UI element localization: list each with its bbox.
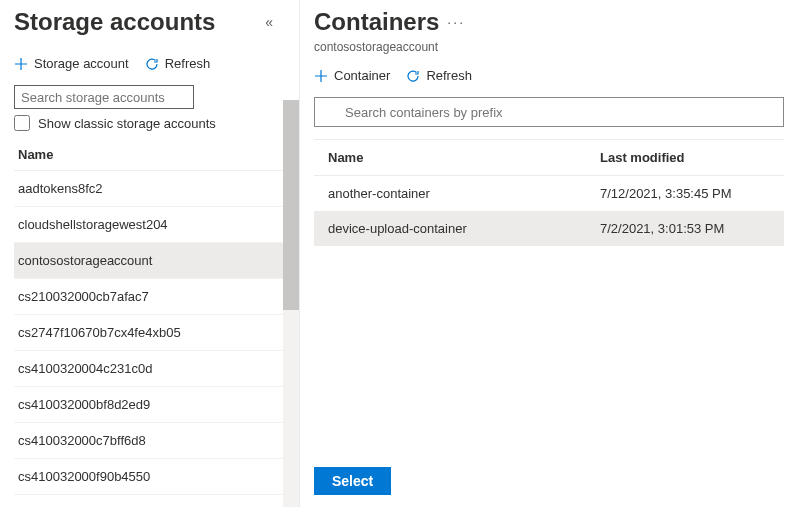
- column-header-modified: Last modified: [600, 150, 770, 165]
- storage-account-item[interactable]: cs2747f10670b7cx4fe4xb05: [14, 315, 289, 351]
- containers-table-header: Name Last modified: [314, 139, 784, 176]
- refresh-containers-button[interactable]: Refresh: [406, 68, 472, 83]
- collapse-panel-icon[interactable]: «: [265, 14, 273, 30]
- storage-accounts-column-header: Name: [14, 139, 289, 171]
- refresh-storage-accounts-label: Refresh: [165, 56, 211, 71]
- add-container-label: Container: [334, 68, 390, 83]
- scrollbar-thumb[interactable]: [283, 100, 299, 310]
- storage-accounts-panel: Storage accounts « Storage account Refre…: [0, 0, 300, 507]
- storage-account-item[interactable]: cs410032000c7bff6d8: [14, 423, 289, 459]
- containers-rows: another-container7/12/2021, 3:35:45 PMde…: [314, 176, 784, 246]
- refresh-storage-accounts-button[interactable]: Refresh: [145, 56, 211, 71]
- column-header-name: Name: [328, 150, 600, 165]
- container-name: device-upload-container: [328, 221, 600, 236]
- storage-account-item[interactable]: aadtokens8fc2: [14, 171, 289, 207]
- storage-account-item[interactable]: cs410032000bf8d2ed9: [14, 387, 289, 423]
- container-row[interactable]: another-container7/12/2021, 3:35:45 PM: [314, 176, 784, 211]
- refresh-icon: [145, 57, 159, 71]
- container-modified: 7/12/2021, 3:35:45 PM: [600, 186, 770, 201]
- add-storage-account-label: Storage account: [34, 56, 129, 71]
- plus-icon: [314, 69, 328, 83]
- storage-accounts-toolbar: Storage account Refresh: [14, 56, 289, 71]
- container-modified: 7/2/2021, 3:01:53 PM: [600, 221, 770, 236]
- container-row[interactable]: device-upload-container7/2/2021, 3:01:53…: [314, 211, 784, 246]
- container-name: another-container: [328, 186, 600, 201]
- search-containers-input[interactable]: [314, 97, 784, 127]
- storage-account-item[interactable]: contosostorageaccount: [14, 243, 289, 279]
- containers-header: Containers ···: [314, 8, 784, 36]
- containers-panel: Containers ··· contosostorageaccount Con…: [300, 0, 798, 507]
- refresh-containers-label: Refresh: [426, 68, 472, 83]
- search-containers-wrap: [314, 97, 784, 127]
- show-classic-checkbox-row[interactable]: Show classic storage accounts: [14, 115, 289, 131]
- containers-toolbar: Container Refresh: [314, 68, 784, 83]
- add-container-button[interactable]: Container: [314, 68, 390, 83]
- containers-title: Containers: [314, 8, 439, 36]
- select-button[interactable]: Select: [314, 467, 391, 495]
- storage-accounts-header: Storage accounts «: [14, 8, 289, 36]
- show-classic-checkbox[interactable]: [14, 115, 30, 131]
- storage-account-item[interactable]: cs410032000f90b4550: [14, 459, 289, 495]
- search-storage-accounts-input[interactable]: [14, 85, 194, 109]
- storage-account-item[interactable]: cs4100320004c231c0d: [14, 351, 289, 387]
- add-storage-account-button[interactable]: Storage account: [14, 56, 129, 71]
- more-actions-icon[interactable]: ···: [447, 14, 465, 30]
- containers-footer: Select: [314, 457, 784, 495]
- storage-account-item[interactable]: cs210032000cb7afac7: [14, 279, 289, 315]
- containers-subtitle: contosostorageaccount: [314, 40, 784, 54]
- storage-accounts-title: Storage accounts: [14, 8, 215, 36]
- plus-icon: [14, 57, 28, 71]
- refresh-icon: [406, 69, 420, 83]
- storage-accounts-list: aadtokens8fc2cloudshellstoragewest204con…: [14, 171, 289, 495]
- containers-table: Name Last modified another-container7/12…: [314, 139, 784, 246]
- storage-account-item[interactable]: cloudshellstoragewest204: [14, 207, 289, 243]
- show-classic-label: Show classic storage accounts: [38, 116, 216, 131]
